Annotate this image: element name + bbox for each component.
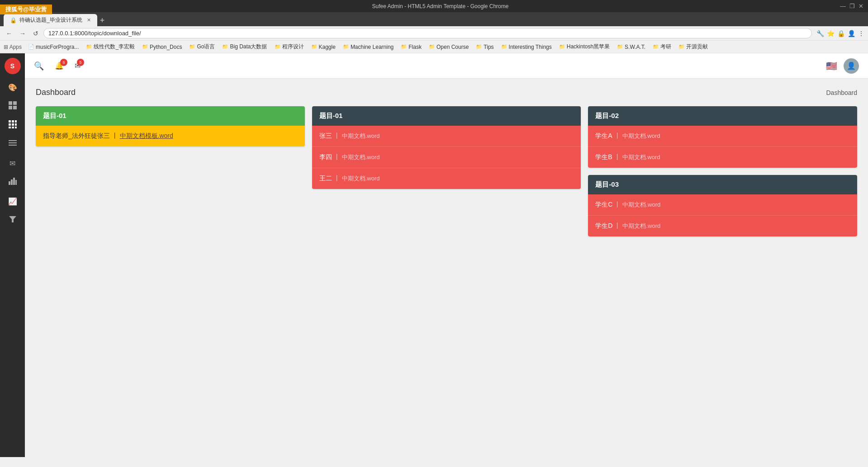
bookmark-icon-go: 📁: [189, 44, 195, 50]
bookmark-label-opensource: 开源贡献: [686, 43, 708, 51]
sidebar-item-linechart[interactable]: 📈: [4, 193, 22, 210]
sep: 丨: [614, 222, 621, 230]
tab-close-btn[interactable]: ✕: [87, 17, 91, 23]
extension-icon-3[interactable]: 🔒: [837, 30, 845, 37]
svg-rect-16: [9, 181, 10, 185]
bookmark-opencourse[interactable]: 📁 Open Course: [426, 43, 471, 51]
bookmark-label-interesting: Interesting Things: [509, 44, 552, 50]
bookmarks-bar: ⊞ Apps 📄 musicForProgra... 📁 线性代数_李宏毅 📁 …: [0, 41, 868, 53]
sidebar-item-email[interactable]: ✉: [4, 155, 22, 172]
card-03-row-1: 学生C 丨 中期文档.word: [588, 194, 857, 216]
bar-chart-icon: [9, 178, 17, 187]
svg-marker-20: [9, 216, 16, 222]
back-button[interactable]: ←: [4, 29, 14, 38]
sidebar-item-filter[interactable]: [4, 212, 22, 229]
extension-icon-4[interactable]: 👤: [848, 30, 855, 37]
message-icon[interactable]: ✉ 5: [75, 61, 81, 70]
theme-icon: 🎨: [8, 83, 17, 92]
wanger-file-link[interactable]: 中期文档.word: [342, 175, 380, 183]
search-icon[interactable]: 🔍: [34, 61, 44, 71]
close-btn[interactable]: ✕: [859, 3, 863, 9]
bookmark-programming[interactable]: 📁 程序设计: [272, 42, 307, 52]
studentc-file-link[interactable]: 中期文档.word: [622, 201, 660, 209]
card-teacher: 题目-01 指导老师_法外狂徒张三 丨 中期文档模板.word: [36, 106, 305, 146]
student-b: 学生B: [595, 153, 612, 161]
apps-button[interactable]: ⊞ Apps: [4, 44, 22, 50]
active-tab[interactable]: 🔒 待确认选题_毕业设计系统 ✕: [4, 14, 97, 26]
bookmark-linear[interactable]: 📁 线性代数_李宏毅: [83, 42, 138, 52]
bookmark-icon-bigdata: 📁: [222, 44, 228, 50]
bookmark-interesting[interactable]: 📁 Interesting Things: [498, 43, 555, 51]
bookmark-label-kaggle: Kaggle: [319, 44, 336, 50]
forward-button[interactable]: →: [17, 29, 28, 38]
sep: 丨: [614, 132, 621, 140]
svg-rect-9: [15, 123, 17, 126]
window-controls[interactable]: — ❐ ✕: [840, 3, 863, 9]
svg-rect-19: [15, 180, 17, 185]
studenta-file-link[interactable]: 中期文档.word: [622, 132, 660, 140]
bookmark-icon-interesting: 📁: [501, 44, 508, 50]
svg-rect-18: [13, 178, 15, 185]
bookmark-bigdata[interactable]: 📁 Big Data大数据: [219, 42, 270, 52]
bookmark-label-python: Python_Docs: [150, 44, 182, 50]
sidebar-item-list[interactable]: [4, 136, 22, 153]
bookmark-music[interactable]: 📄 musicForProgra...: [25, 43, 81, 51]
bookmark-label-ml: Machine Learning: [351, 44, 394, 50]
sep: 丨: [334, 175, 340, 183]
notification-bell[interactable]: 🔔 6: [55, 61, 64, 70]
sidebar-item-barchart[interactable]: [4, 174, 22, 191]
card-02-row-2: 学生B 丨 中期文档.word: [588, 147, 857, 168]
browser-toolbar-icons: 🔧 ⭐ 🔒 👤 ⋮: [816, 30, 864, 37]
language-flag[interactable]: 🇺🇸: [826, 61, 837, 71]
lisi-file-link[interactable]: 中期文档.word: [342, 153, 380, 161]
sep: 丨: [334, 153, 340, 161]
sidebar-avatar[interactable]: S: [5, 58, 21, 74]
svg-rect-3: [13, 106, 17, 109]
main-area: 🔍 🔔 6 ✉ 5 🇺🇸 👤 Dashboard Dashboard: [25, 53, 868, 457]
address-input[interactable]: [43, 28, 812, 38]
bookmark-ml[interactable]: 📁 Machine Learning: [340, 43, 396, 51]
bookmark-kaoyan[interactable]: 📁 考研: [650, 42, 674, 52]
user-avatar[interactable]: 👤: [844, 58, 859, 74]
svg-rect-12: [15, 127, 17, 128]
card-02-row-1: 学生A 丨 中期文档.word: [588, 126, 857, 147]
extension-icon-1[interactable]: 🔧: [816, 30, 824, 37]
student-zhangsan: 张三: [319, 132, 332, 140]
svg-rect-13: [9, 140, 17, 141]
maximize-btn[interactable]: ❐: [849, 3, 855, 9]
sidebar-item-grid[interactable]: [4, 117, 22, 134]
reload-button[interactable]: ↺: [31, 29, 41, 38]
bookmark-opensource[interactable]: 📁 开源贡献: [676, 42, 711, 52]
bookmark-icon-linear: 📁: [86, 44, 92, 50]
sidebar-item-theme[interactable]: 🎨: [4, 79, 22, 96]
bookmark-label-bigdata: Big Data大数据: [230, 43, 267, 51]
teacher-file-link[interactable]: 中期文档模板.word: [120, 132, 173, 139]
bookmark-icon-python: 📁: [142, 44, 148, 50]
new-tab-button[interactable]: +: [100, 16, 105, 26]
bookmark-label-tips: Tips: [484, 44, 493, 50]
card-02: 题目-02 学生A 丨 中期文档.word 学生B 丨 中期文档.word: [588, 106, 857, 168]
bookmark-tips[interactable]: 📁 Tips: [473, 43, 496, 51]
sidebar-item-dashboard[interactable]: [4, 98, 22, 115]
bookmark-hackintosh[interactable]: 📁 Hackintosh黑苹果: [556, 42, 612, 52]
zhangsan-file-link[interactable]: 中期文档.word: [342, 132, 380, 140]
bookmark-label-kaoyan: 考研: [660, 43, 671, 51]
studentb-file-link[interactable]: 中期文档.word: [622, 153, 660, 161]
svg-rect-1: [13, 101, 17, 105]
bookmark-flask[interactable]: 📁 Flask: [398, 43, 424, 51]
bookmark-icon-opensource: 📁: [678, 44, 685, 50]
svg-rect-17: [11, 179, 13, 185]
bookmark-icon-flask: 📁: [401, 44, 407, 50]
list-icon: [9, 140, 17, 148]
bookmark-swat[interactable]: 📁 S.W.A.T.: [614, 43, 648, 51]
extension-icon-5[interactable]: ⋮: [858, 30, 864, 37]
extension-icon-2[interactable]: ⭐: [827, 30, 835, 37]
bookmark-label-programming: 程序设计: [282, 43, 304, 51]
svg-rect-0: [9, 101, 12, 105]
minimize-btn[interactable]: —: [840, 3, 846, 9]
bookmark-python[interactable]: 📁 Python_Docs: [139, 43, 185, 51]
separator-1: 丨: [112, 132, 120, 139]
bookmark-kaggle[interactable]: 📁 Kaggle: [308, 43, 338, 51]
studentd-file-link[interactable]: 中期文档.word: [622, 222, 660, 230]
bookmark-go[interactable]: 📁 Go语言: [186, 42, 218, 52]
